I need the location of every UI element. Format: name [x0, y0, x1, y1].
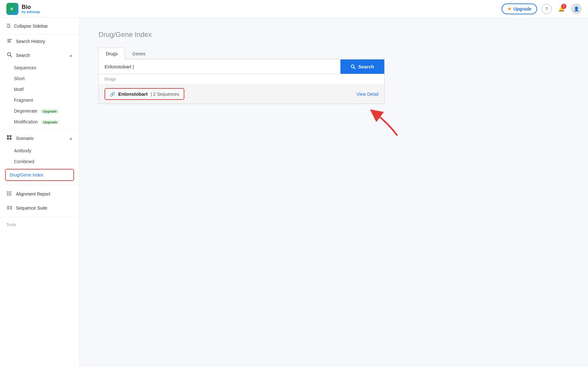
svg-rect-3 — [7, 40, 10, 41]
search-icon — [6, 52, 13, 59]
logo-bio-label: Bio — [22, 4, 40, 10]
page-title: Drug/Gene Index — [99, 31, 385, 39]
svg-rect-2 — [7, 39, 12, 40]
alignment-report-label: Alignment Report — [16, 191, 50, 197]
tab-genes[interactable]: Genes — [125, 48, 153, 59]
sidebar-item-modification[interactable]: Modification Upgrade — [0, 116, 79, 127]
search-button-label: Search — [358, 64, 374, 69]
drug-result-row[interactable]: 🔗 Enlonstobart | 2 Sequences View Detail — [99, 84, 384, 104]
annotation-arrow — [362, 104, 404, 143]
sidebar-divider-1 — [0, 129, 79, 129]
svg-rect-4 — [7, 42, 11, 42]
svg-text:B: B — [10, 7, 13, 11]
search-history-label: Search History — [16, 39, 45, 44]
drug-section-header: Drugs — [99, 74, 384, 84]
svg-rect-22 — [7, 209, 9, 209]
link-icon: 🔗 — [110, 92, 115, 97]
sidebar: ☰ Collapse Sidebar Search History — [0, 18, 79, 367]
scenario-icon — [6, 135, 13, 142]
svg-line-27 — [354, 67, 355, 69]
search-section-label: Search — [16, 53, 30, 58]
search-section-header[interactable]: Search ▲ — [0, 48, 79, 62]
alignment-report-icon — [6, 190, 13, 197]
sidebar-divider-2 — [0, 185, 79, 185]
sidebar-item-drug-gene-wrapper: Drug/Gene Index — [0, 167, 79, 183]
svg-rect-13 — [7, 195, 8, 196]
svg-rect-14 — [9, 191, 10, 192]
topnav-right: ★ Upgrade ? 🔔 2 👤 — [502, 3, 582, 14]
svg-rect-19 — [10, 195, 11, 196]
modification-label: Modification — [14, 119, 38, 124]
drug-gene-index-label: Drug/Gene Index — [10, 172, 44, 177]
sidebar-item-short[interactable]: Short — [0, 73, 79, 84]
collapse-sidebar-button[interactable]: ☰ Collapse Sidebar — [0, 18, 79, 34]
help-icon: ? — [545, 6, 548, 11]
sidebar-item-antibody[interactable]: Antibody — [0, 145, 79, 156]
logo-text: Bio by patsnap — [22, 4, 40, 14]
scenario-section-left: Scenario — [6, 135, 33, 142]
tools-section-label: Tools — [0, 219, 79, 230]
svg-rect-17 — [10, 191, 11, 192]
search-button[interactable]: Search — [340, 59, 384, 74]
modification-upgrade-badge: Upgrade — [41, 120, 60, 125]
star-icon: ★ — [507, 6, 511, 12]
logo-icon[interactable]: B — [6, 3, 18, 15]
upgrade-button[interactable]: ★ Upgrade — [502, 3, 537, 14]
sidebar-item-alignment-report[interactable]: Alignment Report — [0, 187, 79, 201]
collapse-sidebar-label: Collapse Sidebar — [14, 24, 48, 29]
search-input-wrap — [99, 59, 340, 74]
drug-dropdown: Drugs 🔗 Enlonstobart | 2 Sequences View … — [99, 74, 385, 104]
tab-bar: Drugs Genes — [99, 48, 385, 59]
main-layout: ☰ Collapse Sidebar Search History — [0, 18, 588, 367]
view-detail-link[interactable]: View Detail — [356, 92, 379, 97]
logo-sub-label: by patsnap — [22, 10, 40, 14]
help-button[interactable]: ? — [542, 4, 552, 14]
sequence-suite-icon — [6, 204, 13, 211]
sequence-suite-label: Sequence Suite — [16, 205, 47, 211]
sidebar-item-sequence-suite[interactable]: Sequence Suite — [0, 201, 79, 215]
sidebar-item-motif[interactable]: Motif — [0, 84, 79, 95]
svg-rect-21 — [7, 207, 9, 208]
upgrade-label: Upgrade — [513, 6, 531, 11]
scenario-chevron-icon: ▲ — [69, 136, 73, 141]
scenario-section-header[interactable]: Scenario ▲ — [0, 131, 79, 145]
svg-rect-16 — [9, 195, 10, 196]
svg-rect-12 — [7, 193, 8, 194]
sidebar-item-fragment[interactable]: Fragment — [0, 95, 79, 106]
motif-label: Motif — [14, 87, 24, 92]
drug-result-highlighted: 🔗 Enlonstobart | 2 Sequences — [105, 88, 184, 100]
search-input[interactable] — [99, 59, 340, 74]
tab-drugs[interactable]: Drugs — [99, 48, 125, 59]
search-button-icon — [351, 64, 356, 69]
search-history-icon — [6, 38, 13, 45]
svg-rect-24 — [10, 207, 12, 208]
tab-genes-label: Genes — [132, 51, 145, 56]
svg-rect-15 — [9, 193, 10, 194]
svg-rect-11 — [7, 191, 8, 192]
svg-rect-20 — [7, 206, 9, 207]
sidebar-item-combined[interactable]: Combined — [0, 156, 79, 167]
user-avatar[interactable]: 👤 — [571, 3, 582, 14]
drug-name: Enlonstobart — [118, 91, 148, 97]
degenerate-upgrade-badge: Upgrade — [40, 109, 59, 114]
drug-sequences: | 2 Sequences — [151, 92, 179, 97]
svg-rect-18 — [10, 193, 11, 194]
search-section-left: Search — [6, 52, 30, 59]
sidebar-divider-3 — [0, 217, 79, 217]
degenerate-label: Degenerate — [14, 108, 37, 114]
sidebar-item-degenerate[interactable]: Degenerate Upgrade — [0, 106, 79, 116]
hamburger-icon: ☰ — [6, 23, 11, 29]
notification-badge: 2 — [561, 4, 566, 9]
scenario-section-label: Scenario — [16, 136, 33, 141]
notification-button[interactable]: 🔔 2 — [556, 4, 566, 14]
short-label: Short — [14, 76, 24, 81]
main-content: Drug/Gene Index Drugs Genes — [79, 18, 588, 367]
svg-line-6 — [10, 56, 12, 57]
sidebar-item-search-history[interactable]: Search History — [0, 34, 79, 48]
svg-rect-23 — [10, 206, 12, 207]
logo-area: B Bio by patsnap — [6, 3, 40, 15]
sidebar-item-sequences[interactable]: Sequences — [0, 62, 79, 73]
main-wrapper: Drug/Gene Index Drugs Genes — [99, 31, 385, 104]
sidebar-item-drug-gene-index[interactable]: Drug/Gene Index — [5, 169, 74, 181]
svg-rect-25 — [10, 209, 12, 209]
